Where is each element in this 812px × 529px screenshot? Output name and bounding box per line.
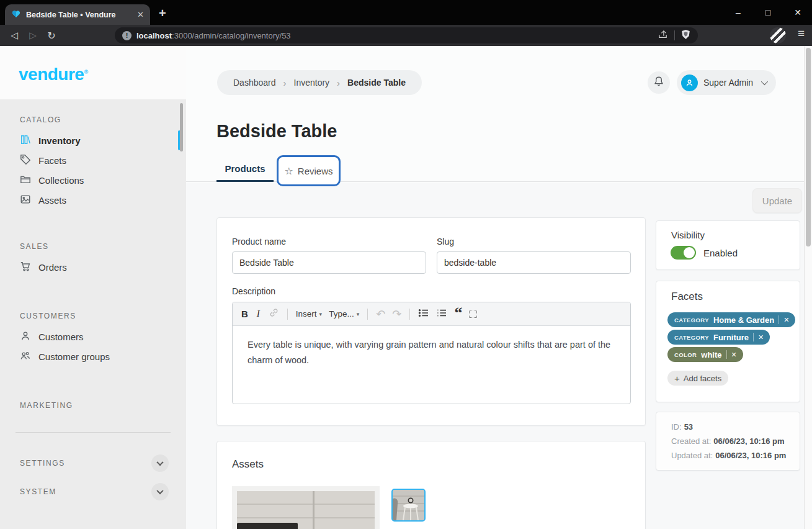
id-value: 53 <box>684 422 693 432</box>
chevron-down-icon <box>761 78 768 85</box>
updated-row: Updated at:06/06/23, 10:16 pm <box>671 451 786 460</box>
plus-icon: + <box>674 373 680 384</box>
brave-shield-icon[interactable] <box>681 29 690 42</box>
section-label-customers: CUSTOMERS <box>20 312 186 320</box>
books-icon <box>20 134 31 147</box>
asset-photo <box>237 491 375 529</box>
main-scrollbar[interactable] <box>804 46 812 529</box>
sidebar-section-settings[interactable]: SETTINGS <box>0 454 186 472</box>
insert-dropdown[interactable]: Insert▾ <box>296 309 322 319</box>
update-button[interactable]: Update <box>752 188 802 213</box>
sidebar-item-assets[interactable]: Assets <box>0 190 186 210</box>
browser-tab-strip: Bedside Table • Vendure ✕ + – □ ✕ <box>0 0 812 25</box>
remove-facet-icon[interactable]: ✕ <box>783 316 789 324</box>
numbered-list-icon[interactable] <box>436 309 447 320</box>
assets-heading: Assets <box>232 458 264 471</box>
toolbar-separator <box>674 30 675 40</box>
close-icon[interactable]: ✕ <box>792 7 803 17</box>
slug-input[interactable] <box>437 251 631 274</box>
sidebar-item-customers[interactable]: Customers <box>0 327 186 346</box>
sidebar-item-orders[interactable]: Orders <box>0 257 186 277</box>
featured-asset-image[interactable] <box>232 486 380 529</box>
vendure-favicon-icon <box>11 9 21 21</box>
tab-close-icon[interactable]: ✕ <box>137 10 144 19</box>
visibility-card: Visibility Enabled <box>656 220 800 270</box>
link-icon[interactable] <box>269 307 279 320</box>
toolbar-divider <box>367 309 368 320</box>
url-text: localhost:3000/admin/catalog/inventory/5… <box>136 31 653 40</box>
bullet-list-icon[interactable] <box>418 309 429 320</box>
scrollbar-thumb[interactable] <box>806 48 811 246</box>
breadcrumb-separator-icon: › <box>283 78 287 88</box>
new-tab-button[interactable]: + <box>159 6 166 20</box>
browser-tab[interactable]: Bedside Table • Vendure ✕ <box>5 4 150 25</box>
avatar <box>681 75 698 91</box>
section-label-catalog: CATALOG <box>20 115 186 124</box>
facet-value: white <box>701 350 721 359</box>
share-icon[interactable] <box>658 29 668 42</box>
screen: Bedside Table • Vendure ✕ + – □ ✕ ◁ ▷ ↻ … <box>0 0 812 529</box>
undo-icon[interactable]: ↶ <box>376 309 385 320</box>
page-title: Bedside Table <box>216 121 337 142</box>
forward-icon[interactable]: ▷ <box>24 30 42 41</box>
tab-reviews[interactable]: ☆ Reviews <box>277 155 341 186</box>
browser-tab-title: Bedside Table • Vendure <box>26 11 132 19</box>
notifications-button[interactable] <box>648 71 670 94</box>
italic-icon[interactable]: I <box>255 309 262 319</box>
site-info-icon[interactable]: ! <box>122 31 132 40</box>
sidebar-item-label: Collections <box>38 175 84 186</box>
url-host: localhost <box>136 31 172 40</box>
browser-toolbar: ◁ ▷ ↻ ! localhost:3000/admin/catalog/inv… <box>0 25 812 46</box>
remove-facet-icon[interactable]: ✕ <box>758 333 764 341</box>
url-path: :3000/admin/catalog/inventory/53 <box>172 31 291 40</box>
back-icon[interactable]: ◁ <box>5 30 24 41</box>
blockquote-icon[interactable]: “ <box>454 311 462 317</box>
sidebar-section-system[interactable]: SYSTEM <box>0 483 186 500</box>
asset-thumbnail-selected[interactable] <box>391 489 426 522</box>
description-editor: B I Insert▾ Type...▾ ↶ ↷ “ Every table i… <box>232 302 631 404</box>
people-icon <box>20 350 31 363</box>
minimize-icon[interactable]: – <box>733 7 744 17</box>
breadcrumb-dashboard[interactable]: Dashboard <box>233 78 276 88</box>
toggle-knob <box>684 247 695 258</box>
facet-group: CATEGORY <box>674 334 709 341</box>
maximize-icon[interactable]: □ <box>762 7 774 17</box>
sidebar-item-facets[interactable]: Facets <box>0 150 186 170</box>
chip-divider <box>726 350 727 359</box>
product-name-input[interactable] <box>232 251 426 274</box>
user-menu[interactable]: Super Admin <box>677 70 776 95</box>
sidebar-scrollbar[interactable] <box>180 103 183 151</box>
vendure-logo[interactable]: vendure® <box>19 65 88 84</box>
type-dropdown[interactable]: Type...▾ <box>329 309 359 319</box>
url-bar[interactable]: ! localhost:3000/admin/catalog/inventory… <box>115 27 698 43</box>
expand-system-button[interactable] <box>151 483 169 500</box>
reload-icon[interactable]: ↻ <box>42 30 61 42</box>
sidebar-item-label: Customer groups <box>38 351 110 362</box>
remove-facet-icon[interactable]: ✕ <box>731 351 737 359</box>
add-facets-label: Add facets <box>684 374 721 383</box>
tab-products[interactable]: Products <box>216 156 274 181</box>
created-row: Created at:06/06/23, 10:16 pm <box>671 436 785 446</box>
star-icon: ☆ <box>284 165 293 177</box>
sidebar-item-inventory[interactable]: Inventory <box>0 130 186 150</box>
sidebar-item-label: Facets <box>38 155 66 166</box>
browser-profile-avatar[interactable] <box>770 27 786 43</box>
facet-chip: COLOR white ✕ <box>667 347 743 362</box>
editor-toolbar: B I Insert▾ Type...▾ ↶ ↷ “ <box>233 302 630 326</box>
sidebar-item-collections[interactable]: Collections <box>0 170 186 190</box>
bold-icon[interactable]: B <box>241 309 248 319</box>
product-form-card: Product name Slug Description B I Insert… <box>216 217 646 426</box>
facet-chip: CATEGORY Home & Garden ✕ <box>667 312 795 327</box>
description-text[interactable]: Every table is unique, with varying grai… <box>233 326 630 380</box>
add-facets-button[interactable]: + Add facets <box>667 371 728 386</box>
redo-icon[interactable]: ↷ <box>392 309 401 320</box>
breadcrumb-inventory[interactable]: Inventory <box>294 78 330 88</box>
visibility-toggle[interactable] <box>671 246 696 260</box>
expand-settings-button[interactable] <box>151 454 169 472</box>
table-icon[interactable] <box>469 310 477 318</box>
chip-divider <box>753 333 754 341</box>
entity-info-card: ID:53 Created at:06/06/23, 10:16 pm Upda… <box>656 412 800 471</box>
facet-group: COLOR <box>674 351 697 358</box>
menu-icon[interactable]: ≡ <box>798 27 805 40</box>
sidebar-item-customer-groups[interactable]: Customer groups <box>0 346 186 366</box>
